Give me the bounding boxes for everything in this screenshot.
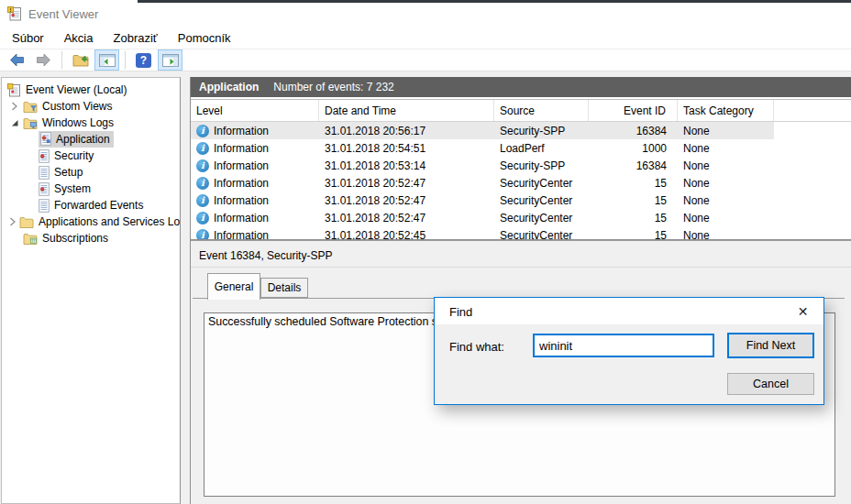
- sidebar-item-security[interactable]: Security: [2, 148, 180, 164]
- close-icon[interactable]: ✕: [782, 298, 823, 324]
- console-tree-icon: [99, 54, 116, 67]
- sidebar-item-label: Custom Views: [42, 100, 112, 113]
- tree-root-label: Event Viewer (Local): [26, 83, 127, 96]
- chevron-collapsed-icon[interactable]: [9, 217, 17, 226]
- event-datetime: 31.01.2018 20:54:51: [319, 139, 494, 157]
- event-source: SecurityCenter: [494, 192, 589, 209]
- event-level: Information: [214, 229, 269, 241]
- find-what-label: Find what:: [449, 340, 504, 354]
- panel-splitter[interactable]: [181, 77, 190, 504]
- sidebar-item-subscriptions[interactable]: Subscriptions: [2, 230, 180, 247]
- event-id: 15: [589, 174, 678, 192]
- chevron-collapsed-icon[interactable]: [9, 102, 20, 111]
- help-button[interactable]: ?: [131, 49, 156, 71]
- menu-view[interactable]: Zobraziť: [114, 31, 158, 45]
- export-log-button[interactable]: [68, 49, 93, 71]
- event-datetime: 31.01.2018 20:52:47: [319, 174, 494, 192]
- event-row[interactable]: iInformation 31.01.2018 20:52:47 Securit…: [191, 209, 851, 226]
- event-viewer-root-icon: [7, 83, 21, 97]
- toolbar: ?: [0, 49, 851, 71]
- tab-general[interactable]: General: [207, 273, 260, 300]
- event-viewer-window: Event Viewer Súbor Akcia Zobraziť Pomocn…: [0, 0, 851, 504]
- menu-help[interactable]: Pomocník: [178, 31, 231, 45]
- toolbar-separator: [125, 51, 126, 69]
- information-icon: i: [196, 177, 209, 190]
- sidebar-item-label: Windows Logs: [42, 116, 114, 129]
- event-level: Information: [214, 177, 269, 190]
- event-viewer-app-icon: [7, 6, 22, 21]
- cancel-button[interactable]: Cancel: [727, 373, 814, 395]
- back-arrow-icon: [9, 53, 25, 67]
- column-header-level[interactable]: Level: [191, 100, 319, 121]
- tree-root-event-viewer-local[interactable]: Event Viewer (Local): [2, 82, 180, 98]
- application-log-icon: [40, 132, 51, 146]
- title-bar[interactable]: Event Viewer: [0, 0, 851, 27]
- event-list-panel: Application Number of events: 7 232 Leve…: [190, 77, 851, 504]
- find-next-button[interactable]: Find Next: [727, 333, 814, 358]
- subscriptions-folder-icon: [23, 233, 38, 245]
- find-what-input[interactable]: [533, 334, 714, 357]
- sidebar-item-setup[interactable]: Setup: [2, 164, 180, 181]
- sidebar-item-forwarded-events[interactable]: Forwarded Events: [2, 197, 180, 214]
- find-dialog-title: Find: [449, 305, 472, 319]
- back-button[interactable]: [5, 49, 29, 71]
- sidebar-item-windows-logs[interactable]: Windows Logs: [2, 115, 180, 131]
- event-level: Information: [214, 142, 269, 155]
- event-row[interactable]: iInformation 31.01.2018 20:52:47 Securit…: [191, 192, 851, 209]
- event-row[interactable]: iInformation 31.01.2018 20:52:47 Securit…: [191, 174, 851, 192]
- sidebar-item-label: Subscriptions: [42, 232, 108, 245]
- event-level: Information: [214, 212, 269, 225]
- sidebar-item-applications-and-services-logs[interactable]: Applications and Services Lo: [2, 214, 180, 230]
- column-header-task-category[interactable]: Task Category: [678, 100, 774, 121]
- event-id: 16384: [589, 122, 678, 139]
- security-log-icon: [39, 149, 50, 163]
- menu-action[interactable]: Akcia: [64, 31, 94, 45]
- event-source: Security-SPP: [494, 122, 589, 139]
- sidebar-item-application[interactable]: Application: [2, 131, 180, 148]
- information-icon: i: [196, 212, 209, 225]
- show-console-tree-button[interactable]: [94, 49, 119, 71]
- event-row[interactable]: iInformation 31.01.2018 20:53:14 Securit…: [191, 157, 851, 174]
- services-logs-folder-icon: [19, 216, 34, 228]
- forward-button[interactable]: [31, 49, 56, 71]
- column-header-row: Level Date and Time Source Event ID Task…: [191, 99, 851, 122]
- event-id: 1000: [589, 139, 678, 157]
- sidebar-item-label: Forwarded Events: [54, 199, 143, 212]
- forward-arrow-icon: [36, 53, 51, 67]
- detail-splitter[interactable]: [190, 240, 851, 245]
- event-datetime: 31.01.2018 20:53:14: [319, 157, 494, 174]
- event-source: LoadPerf: [494, 139, 589, 157]
- event-row[interactable]: iInformation 31.01.2018 20:52:45 Securit…: [191, 226, 851, 240]
- event-category: None: [678, 174, 774, 192]
- event-id: 15: [589, 226, 678, 240]
- event-category: None: [678, 209, 774, 226]
- chevron-expanded-icon[interactable]: [9, 118, 20, 127]
- event-id: 15: [589, 209, 678, 226]
- information-icon: i: [196, 229, 209, 241]
- sidebar-item-label: Setup: [54, 166, 83, 179]
- show-action-pane-button[interactable]: [158, 49, 182, 71]
- information-icon: i: [196, 125, 209, 137]
- event-row[interactable]: iInformation 31.01.2018 20:54:51 LoadPer…: [191, 139, 851, 157]
- tab-details[interactable]: Details: [260, 278, 308, 298]
- find-dialog-title-bar[interactable]: Find ✕: [435, 298, 823, 324]
- find-dialog: Find ✕ Find what: Find Next Cancel: [434, 297, 824, 405]
- help-icon: ?: [136, 53, 151, 68]
- menu-file[interactable]: Súbor: [12, 31, 44, 45]
- custom-views-folder-icon: [23, 101, 38, 113]
- event-level: Information: [214, 194, 269, 207]
- sidebar-item-custom-views[interactable]: Custom Views: [2, 98, 180, 115]
- event-source: SecurityCenter: [494, 209, 589, 226]
- event-datetime: 31.01.2018 20:52:47: [319, 209, 494, 226]
- sidebar-item-label: Applications and Services Lo: [39, 215, 180, 228]
- event-row-selected[interactable]: iInformation 31.01.2018 20:56:17 Securit…: [191, 122, 774, 139]
- information-icon: i: [196, 142, 209, 155]
- event-datetime: 31.01.2018 20:52:47: [319, 192, 494, 209]
- column-header-date-time[interactable]: Date and Time: [319, 100, 494, 121]
- log-name: Application: [199, 81, 259, 93]
- event-id: 15: [589, 192, 678, 209]
- sidebar-item-label: Security: [54, 149, 94, 162]
- sidebar-item-system[interactable]: System: [2, 181, 180, 197]
- column-header-event-id[interactable]: Event ID: [589, 100, 678, 121]
- column-header-source[interactable]: Source: [494, 100, 589, 121]
